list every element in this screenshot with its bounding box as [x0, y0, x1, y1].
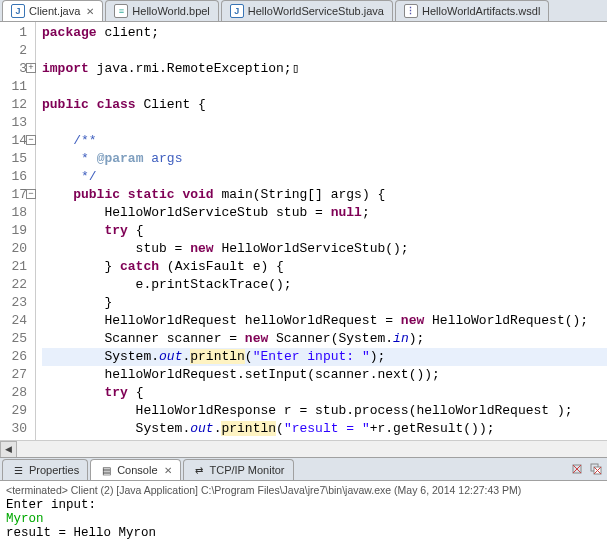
editor-tab-bar: JClient.java✕≡HelloWorld.bpelJHelloWorld… [0, 0, 607, 22]
view-tab-label: Properties [29, 464, 79, 476]
view-tab-bar: ☰Properties▤Console✕⇄TCP/IP Monitor [0, 457, 607, 481]
kw-token: new [245, 331, 268, 346]
code-line[interactable]: import java.rmi.RemoteException;▯ [42, 60, 607, 78]
code-line[interactable]: System.out.println("result = "+r.getResu… [42, 420, 607, 438]
code-line[interactable]: * @param args [42, 150, 607, 168]
editor-tab[interactable]: JHelloWorldServiceStub.java [221, 0, 393, 21]
line-number: 27 [0, 366, 35, 384]
doc-token: * [73, 151, 96, 166]
close-icon[interactable]: ✕ [86, 6, 94, 17]
fold-collapse-icon[interactable]: − [26, 135, 36, 145]
collapsed-region-icon: ▯ [292, 61, 300, 76]
line-number: 12 [0, 96, 35, 114]
code-line[interactable] [42, 114, 607, 132]
view-tab-label: Console [117, 464, 157, 476]
bpel-file-icon: ≡ [114, 4, 128, 18]
code-line[interactable]: public static void main(String[] args) { [42, 186, 607, 204]
java-file-icon: J [230, 4, 244, 18]
line-number: 16 [0, 168, 35, 186]
view-tab[interactable]: ☰Properties [2, 459, 88, 480]
editor-tab[interactable]: ≡HelloWorld.bpel [105, 0, 218, 21]
console-output[interactable]: Enter input: Myronresult = Hello Myron [6, 498, 601, 540]
line-gutter: 123+11121314−151617−18192021222324252627… [0, 22, 36, 440]
code-line[interactable]: HelloWorldResponse r = stub.process(hell… [42, 402, 607, 420]
tab-label: Client.java [29, 5, 80, 17]
code-line[interactable] [42, 78, 607, 96]
code-line[interactable]: e.printStackTrace(); [42, 276, 607, 294]
doctag-token: @param [97, 151, 144, 166]
yellow-token: println [190, 349, 245, 364]
kw-token: null [331, 205, 362, 220]
field-token: out [159, 349, 182, 364]
code-line[interactable]: helloWorldRequest.setInput(scanner.next(… [42, 366, 607, 384]
doc-token: args [143, 151, 182, 166]
view-tab-label: TCP/IP Monitor [210, 464, 285, 476]
view-tab[interactable]: ⇄TCP/IP Monitor [183, 459, 294, 480]
tab-label: HelloWorldServiceStub.java [248, 5, 384, 17]
console-line: Enter input: [6, 498, 601, 512]
code-line[interactable]: HelloWorldServiceStub stub = null; [42, 204, 607, 222]
line-number: 22 [0, 276, 35, 294]
code-line[interactable]: } catch (AxisFault e) { [42, 258, 607, 276]
line-number: 2 [0, 42, 35, 60]
view-icon: ▤ [99, 463, 113, 477]
line-number: 23 [0, 294, 35, 312]
line-number: 25 [0, 330, 35, 348]
code-line[interactable]: HelloWorldRequest helloWorldRequest = ne… [42, 312, 607, 330]
code-line[interactable]: /** [42, 132, 607, 150]
remove-all-icon[interactable] [588, 461, 604, 477]
str-token: "result = " [284, 421, 370, 436]
code-line[interactable]: */ [42, 168, 607, 186]
code-line[interactable]: try { [42, 222, 607, 240]
line-number: 28 [0, 384, 35, 402]
yellow-token: println [221, 421, 276, 436]
code-line[interactable]: } [42, 294, 607, 312]
line-number: 31 [0, 438, 35, 440]
console-launch-label: <terminated> Client (2) [Java Applicatio… [6, 484, 601, 496]
doc-token: */ [73, 169, 96, 184]
str-token: "Enter input: " [253, 349, 370, 364]
code-line[interactable]: package client; [42, 24, 607, 42]
line-number: 18 [0, 204, 35, 222]
code-line[interactable]: System.out.println("Enter input: "); [42, 348, 607, 366]
remove-launch-icon[interactable] [569, 461, 585, 477]
field-token: out [190, 421, 213, 436]
console-line: Myron [6, 512, 601, 526]
scroll-left-icon[interactable]: ◀ [0, 441, 17, 458]
fold-collapse-icon[interactable]: − [26, 189, 36, 199]
view-tab[interactable]: ▤Console✕ [90, 459, 180, 480]
code-editor[interactable]: 123+11121314−151617−18192021222324252627… [0, 22, 607, 440]
kw-token: try [104, 223, 127, 238]
kw-token: public [73, 187, 120, 202]
kw-token: static [128, 187, 175, 202]
kw-token: class [97, 97, 136, 112]
line-number: 15 [0, 150, 35, 168]
editor-tab[interactable]: ⋮HelloWorldArtifacts.wsdl [395, 0, 549, 21]
horizontal-scrollbar[interactable]: ◀ [0, 440, 607, 457]
code-line[interactable] [42, 42, 607, 60]
line-number: 11 [0, 78, 35, 96]
tab-label: HelloWorldArtifacts.wsdl [422, 5, 540, 17]
editor-tab[interactable]: JClient.java✕ [2, 0, 103, 21]
kw-token: try [104, 385, 127, 400]
line-number: 1 [0, 24, 35, 42]
kw-token: new [190, 241, 213, 256]
code-area[interactable]: package client;import java.rmi.RemoteExc… [36, 22, 607, 440]
fold-expand-icon[interactable]: + [26, 63, 36, 73]
wsdl-file-icon: ⋮ [404, 4, 418, 18]
view-icon: ⇄ [192, 463, 206, 477]
code-line[interactable]: stub = new HelloWorldServiceStub(); [42, 240, 607, 258]
kw-token: void [182, 187, 213, 202]
console-line: result = Hello Myron [6, 526, 601, 540]
field-token: in [393, 331, 409, 346]
code-line[interactable]: Scanner scanner = new Scanner(System.in)… [42, 330, 607, 348]
code-line[interactable]: try { [42, 384, 607, 402]
code-line[interactable]: public class Client { [42, 96, 607, 114]
line-number: 19 [0, 222, 35, 240]
line-number: 26 [0, 348, 35, 366]
close-icon[interactable]: ✕ [164, 465, 172, 476]
kw-token: new [401, 313, 424, 328]
view-icon: ☰ [11, 463, 25, 477]
tab-label: HelloWorld.bpel [132, 5, 209, 17]
console-view: <terminated> Client (2) [Java Applicatio… [0, 481, 607, 543]
